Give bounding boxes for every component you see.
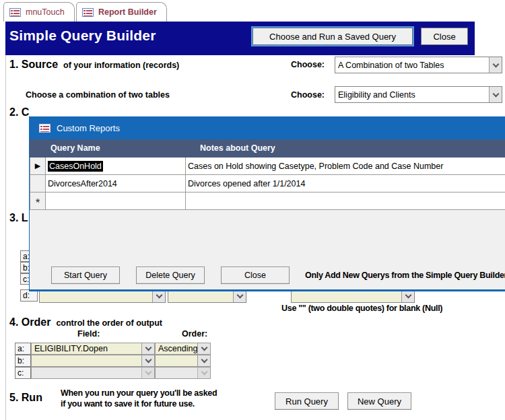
choose-and-run-saved-query-button[interactable]: Choose and Run a Saved Query: [252, 28, 413, 45]
table-row[interactable]: ▶ CasesOnHold Cases on Hold showing Case…: [30, 158, 505, 175]
report-builder-screen: mnuTouch Report Builder Simple Query Bui…: [0, 0, 505, 420]
dialog-close-button[interactable]: Close: [221, 267, 290, 284]
query-name-cell[interactable]: CasesOnHold: [46, 158, 186, 175]
chevron-down-icon[interactable]: [197, 343, 210, 354]
new-query-button[interactable]: New Query: [347, 392, 411, 410]
order-column-header: Order:: [182, 329, 207, 339]
new-record-asterisk-icon[interactable]: *: [30, 193, 46, 210]
source-type-select[interactable]: A Combination of two Tables: [335, 57, 502, 73]
form-icon: [82, 8, 94, 17]
dialog-title: Custom Reports: [57, 123, 120, 133]
source-type-value: A Combination of two Tables: [338, 61, 444, 70]
form-left-border: [5, 22, 6, 420]
section-subtitle: of your information (records): [63, 61, 179, 70]
chevron-down-icon[interactable]: [197, 355, 210, 366]
query-notes-cell[interactable]: Cases on Hold showing Casetype, Problem …: [186, 158, 505, 175]
tab-label: Report Builder: [98, 7, 157, 17]
choose-label-2: Choose:: [291, 90, 325, 100]
custom-reports-dialog: Custom Reports Query Name Notes about Qu…: [29, 116, 505, 291]
chevron-down-icon: [141, 368, 154, 378]
tab-label: mnuTouch: [26, 7, 65, 17]
choose-label: Choose:: [291, 60, 325, 69]
start-query-button[interactable]: Start Query: [51, 267, 120, 284]
tab-mnutouch[interactable]: mnuTouch: [3, 2, 75, 22]
chevron-down-icon[interactable]: [141, 355, 154, 366]
order-field-a-select[interactable]: ELIGIBILITY.Dopen: [31, 343, 155, 355]
tab-bar: mnuTouch Report Builder: [0, 0, 505, 22]
section-number-title: 1. Source: [9, 59, 58, 71]
record-selector[interactable]: [30, 175, 46, 193]
form-icon: [39, 124, 50, 133]
section-5-heading: 5. Run: [9, 392, 42, 404]
run-note-line2: if you want to save it for future use.: [61, 399, 195, 409]
section-4-heading: 4. Order control the order of output: [9, 316, 162, 328]
order-row-label-a: a:: [15, 343, 31, 355]
page-title: Simple Query Builder: [9, 28, 156, 44]
field-column-header: Field:: [77, 329, 100, 339]
order-row-label-c: c:: [15, 367, 31, 379]
order-direction-a-select[interactable]: Ascending: [155, 343, 211, 355]
table-row-new[interactable]: *: [30, 193, 505, 210]
order-field-b-select[interactable]: [31, 355, 155, 367]
section-subtitle: control the order of output: [56, 318, 162, 328]
table-row[interactable]: DivorcesAfter2014 Divorces opened after …: [30, 175, 505, 193]
chevron-down-icon[interactable]: [141, 343, 154, 354]
section-number-title: 4. Order: [9, 316, 50, 328]
query-name-column-header: Query Name: [50, 143, 100, 153]
header-bar: Simple Query Builder Choose and Run a Sa…: [5, 22, 475, 55]
section-3-heading-partial: 3. L: [9, 212, 28, 224]
notes-column-header: Notes about Query: [200, 143, 275, 153]
query-notes-cell[interactable]: Divorces opened after 1/1/2014: [186, 175, 505, 193]
tab-report-builder[interactable]: Report Builder: [76, 2, 167, 22]
table-combination-value: Eligibility and Clients: [338, 90, 415, 100]
dialog-note-text: Only Add New Querys from the Simple Quer…: [305, 271, 505, 280]
chevron-down-icon[interactable]: [489, 57, 502, 73]
table-combination-select[interactable]: Eligibility and Clients: [335, 86, 502, 103]
query-name-cell[interactable]: DivorcesAfter2014: [46, 175, 186, 193]
order-row-label-b: b:: [15, 355, 31, 367]
run-query-button[interactable]: Run Query: [275, 392, 339, 410]
query-notes-cell[interactable]: [186, 193, 505, 210]
combination-label: Choose a combination of two tables: [26, 90, 170, 100]
query-name-cell[interactable]: [46, 193, 186, 210]
dialog-title-bar[interactable]: Custom Reports: [30, 117, 505, 139]
chevron-down-icon: [197, 368, 210, 378]
close-button[interactable]: Close: [421, 28, 468, 45]
null-hint-text: Use "" (two double quotes) for blank (Nu…: [281, 304, 442, 313]
section-1-heading: 1. Source of your information (records): [9, 59, 179, 71]
form-icon: [9, 8, 21, 17]
dialog-grid-header: Query Name Notes about Query: [30, 139, 505, 158]
run-note-line1: When you run your query you'll be asked: [61, 388, 217, 398]
order-direction-c-select: [155, 367, 211, 379]
delete-query-button[interactable]: Delete Query: [136, 267, 205, 284]
order-direction-b-select[interactable]: [155, 355, 211, 367]
section-2-heading-partial: 2. C: [9, 106, 29, 118]
order-field-c-select: [31, 367, 155, 379]
record-selector-arrow-icon[interactable]: ▶: [30, 158, 46, 175]
chevron-down-icon[interactable]: [489, 87, 502, 102]
